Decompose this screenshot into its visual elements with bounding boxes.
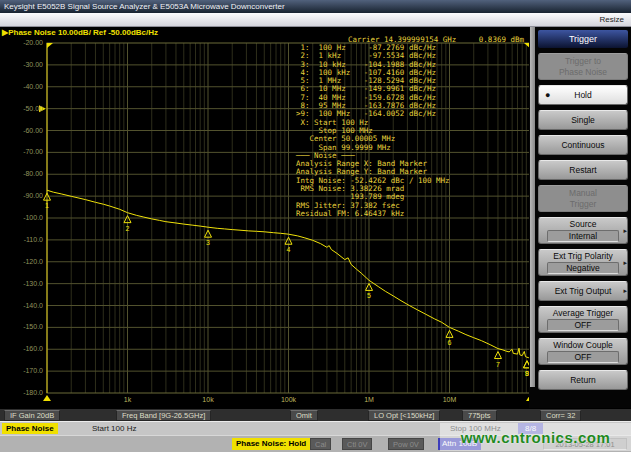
trace-marker-icon — [285, 237, 292, 244]
softkey-label: Trigger to — [539, 56, 627, 66]
graticule-and-trace: 123456789 — [0, 27, 529, 408]
trace-marker-number: 2 — [126, 225, 130, 232]
softkey-return[interactable]: Return — [538, 370, 628, 390]
status-flag-pow-0v: Pow 0V — [388, 438, 424, 450]
y-axis-tick-label: -140.0 — [1, 302, 43, 310]
measurement-status-chip: 775pts — [462, 410, 497, 421]
measurement-status-chip: LO Opt [<150kHz] — [368, 410, 440, 421]
y-axis-tick-label: -110.0 — [1, 236, 43, 244]
y-axis-tick-label: -40.00 — [1, 83, 43, 91]
resize-button[interactable]: Resize — [600, 13, 624, 26]
trace-marker-number: 7 — [496, 361, 500, 368]
status-flag-cal: Cal — [310, 438, 331, 450]
softkey-ext-trig-polarity[interactable]: Ext Trig PolarityNegative▸ — [538, 249, 628, 276]
y-axis-tick-label: -60.00 — [1, 127, 43, 135]
start-frequency-label: Start 100 Hz — [92, 423, 136, 435]
softkey-average-trigger[interactable]: Average TriggerOFF — [538, 306, 628, 333]
trace-marker-icon — [205, 230, 212, 237]
y-axis-tick-label: -90.00 — [1, 192, 43, 200]
x-axis-tick-label: 10M — [443, 396, 457, 404]
measurement-status-bar: IF Gain 20dBFreq Band [9G-26.5GHz]OmitLO… — [0, 408, 631, 421]
softkey-label: Source — [539, 219, 627, 229]
phase-noise-plot: ▶Phase Noise 10.00dB/ Ref -50.00dBc/Hz C… — [0, 27, 529, 408]
y-axis-tick-label: -120.0 — [1, 258, 43, 266]
softkey-value: OFF — [547, 319, 619, 331]
softkey-source[interactable]: SourceInternal▸ — [538, 217, 628, 244]
trace-marker-number: 5 — [367, 292, 371, 299]
x-axis-tick-label: 1k — [124, 396, 131, 404]
x-axis-tick-label: 1M — [364, 396, 374, 404]
app-window: Keysight E5052B Signal Source Analyzer &… — [0, 0, 631, 452]
trace-marker-icon — [366, 283, 373, 290]
softkey-window-couple[interactable]: Window CoupleOFF — [538, 338, 628, 365]
band-marker-foot — [43, 395, 51, 401]
measurement-status-chip: Freq Band [9G-26.5GHz] — [116, 410, 211, 421]
softkey-label: Average Trigger — [539, 308, 627, 318]
softkey-label: Continuous — [539, 140, 627, 150]
trace-marker-icon — [124, 216, 131, 223]
trace-marker-icon — [44, 193, 51, 200]
y-axis-tick-label: -80.00 — [1, 170, 43, 178]
softkey-manual: ManualTrigger — [538, 185, 628, 212]
trace-marker-number: 6 — [448, 339, 452, 346]
softkey-sidebar: Trigger Trigger toPhase Noise●HoldSingle… — [529, 27, 631, 408]
x-axis-tick-label: 100k — [281, 396, 296, 404]
softkey-value: Negative — [547, 262, 619, 274]
submenu-arrow-icon: ▸ — [623, 259, 627, 267]
watermark: www.cntronics.com — [440, 423, 631, 451]
trigger-state-badge: Phase Noise: Hold — [232, 438, 310, 450]
softkey-value: OFF — [547, 351, 619, 363]
submenu-arrow-icon: ▸ — [623, 227, 627, 235]
y-axis-tick-label: -50.00 — [1, 105, 43, 113]
softkey-label-line2: Trigger — [539, 199, 627, 209]
softkey-label: Restart — [539, 165, 627, 175]
trace-marker-icon — [494, 352, 501, 359]
softkey-label: Single — [539, 115, 627, 125]
measurement-status-chip: Corr= 32 — [540, 410, 581, 421]
y-axis-tick-label: -180.0 — [1, 389, 43, 397]
trace-marker-number: 1 — [45, 202, 49, 209]
y-axis-tick-label: -170.0 — [1, 367, 43, 375]
status-flag-ctl-0v: Ctl 0V — [342, 438, 372, 450]
softkey-value: Internal — [547, 230, 619, 242]
channel-badge: Phase Noise — [2, 423, 58, 434]
trace-marker-number: 3 — [206, 239, 210, 246]
menu-bar: Resize — [0, 13, 631, 27]
softkey-label-line2: Phase Noise — [539, 67, 627, 77]
softkey-single[interactable]: Single — [538, 110, 628, 130]
softkey-continuous[interactable]: Continuous — [538, 135, 628, 155]
y-axis-tick-label: -70.00 — [1, 148, 43, 156]
measurement-status-chip: Omit — [290, 410, 318, 421]
y-axis-tick-label: -100.0 — [1, 214, 43, 222]
y-axis-tick-label: -20.00 — [1, 39, 43, 47]
softkey-label: Ext Trig Polarity — [539, 251, 627, 261]
y-axis-tick-label: -160.0 — [1, 345, 43, 353]
marker-readout-table: 1: 100 Hz -87.2769 dBc/Hz 2: 1 kHz -97.5… — [296, 44, 450, 218]
radio-selected-icon: ● — [545, 90, 550, 100]
trace-marker-number: 4 — [287, 246, 291, 253]
softkey-restart[interactable]: Restart — [538, 160, 628, 180]
y-axis-tick-label: -30.00 — [1, 61, 43, 69]
softkey-label: Window Couple — [539, 340, 627, 350]
softkey-hold[interactable]: ●Hold — [538, 85, 628, 105]
band-marker-flag — [47, 43, 53, 48]
y-axis-tick-label: -150.0 — [1, 323, 43, 331]
y-axis-tick-label: -130.0 — [1, 280, 43, 288]
softkey-label: Manual — [539, 188, 627, 198]
softkey-label: Return — [539, 375, 627, 385]
trace-marker-icon — [446, 330, 453, 337]
window-title: Keysight E5052B Signal Source Analyzer &… — [0, 0, 631, 13]
softkey-trigger-to: Trigger toPhase Noise — [538, 53, 628, 80]
submenu-arrow-icon: ▸ — [623, 287, 627, 295]
softkey-label: Hold — [539, 90, 627, 100]
softkey-label: Ext Trig Output — [539, 286, 627, 296]
x-axis-tick-label: 10k — [202, 396, 213, 404]
measurement-status-chip: IF Gain 20dB — [4, 410, 60, 421]
main-area: ▶Phase Noise 10.00dB/ Ref -50.00dBc/Hz C… — [0, 27, 631, 408]
softkey-scroll-strip[interactable] — [530, 27, 535, 387]
softkey-ext-trig-output[interactable]: Ext Trig Output▸ — [538, 281, 628, 301]
softkey-menu-title: Trigger — [538, 30, 628, 48]
